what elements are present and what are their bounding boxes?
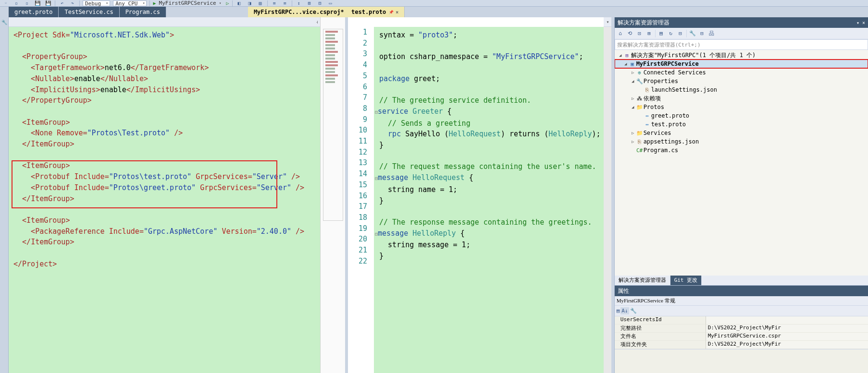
- panel-title: 解决方案资源管理器: [618, 19, 670, 27]
- sync-icon[interactable]: ⟲: [626, 30, 634, 36]
- tree-label: Protos: [644, 104, 664, 110]
- solution-bottom-tabs: 解决方案资源管理器 Git 更改: [615, 276, 868, 285]
- tree-label: Connected Services: [644, 69, 706, 76]
- platform-dropdown[interactable]: Any CPU: [113, 0, 147, 6]
- split-icon[interactable]: ⫞: [316, 19, 318, 24]
- categorize-icon[interactable]: ▤: [617, 308, 620, 314]
- tree-protos[interactable]: ◢📁Protos: [615, 103, 868, 111]
- line-gutter: 12345678910111213141516171819202122: [348, 17, 374, 373]
- editor-nav-bar: ⫞: [9, 17, 320, 27]
- tree-label: 解决方案"MyFirstGRPC"(1 个项目/共 1 个): [631, 51, 756, 60]
- tb-misc-7[interactable]: ⊞: [306, 0, 313, 7]
- overflow-icon[interactable]: ▾: [607, 19, 609, 24]
- search-placeholder: 搜索解决方案资源管理器(Ctrl+;): [617, 41, 701, 48]
- tree-greet-proto[interactable]: ↔greet.proto: [615, 111, 868, 120]
- tree-test-proto[interactable]: ↔test.proto: [615, 120, 868, 129]
- tree-label: Properties: [644, 78, 678, 84]
- refresh-icon[interactable]: ↻: [667, 30, 675, 36]
- tab-label: test.proto: [351, 9, 386, 15]
- tab-greet-proto[interactable]: greet.proto: [9, 7, 59, 17]
- show-all-icon[interactable]: ⊟: [677, 30, 684, 36]
- properties-description: [615, 349, 868, 373]
- properties-toolbar: ▤ A↓ 🔧: [615, 306, 868, 316]
- config-dropdown[interactable]: Debug: [83, 0, 110, 6]
- tree-deps[interactable]: ▷⁂依赖项: [615, 94, 868, 103]
- tree-label: MyFirstGRPCService: [636, 60, 699, 67]
- toolbox-icon[interactable]: 🔧: [1, 19, 7, 25]
- pin-icon[interactable]: 📌: [389, 10, 394, 14]
- tree-services[interactable]: ▷📁Services: [615, 129, 868, 137]
- solution-tree[interactable]: ◢⊞解决方案"MyFirstGRPC"(1 个项目/共 1 个) ◢▣MyFir…: [615, 50, 868, 276]
- tb-icon-2[interactable]: ⊡: [636, 30, 644, 36]
- editor-test-proto: ▾ 12345678910111213141516171819202122 sy…: [348, 17, 611, 373]
- tree-launchsettings[interactable]: ⎘launchSettings.json: [615, 85, 868, 94]
- tab-program[interactable]: Program.cs: [120, 7, 166, 17]
- tab-test-proto[interactable]: test.proto📌×: [346, 7, 405, 17]
- save-all-icon[interactable]: 💾: [44, 0, 52, 7]
- tree-label: Services: [644, 130, 671, 136]
- tree-project[interactable]: ◢▣MyFirstGRPCService: [615, 60, 868, 68]
- home-icon[interactable]: ⌂: [617, 30, 624, 36]
- tb-icon-4[interactable]: ▤: [657, 30, 665, 36]
- highlight-box: [12, 160, 277, 208]
- properties-icon[interactable]: 🔧: [689, 30, 696, 36]
- redo-icon[interactable]: ↷: [69, 0, 76, 7]
- tb-misc-1[interactable]: ◧: [236, 0, 243, 7]
- tb-icon-3[interactable]: ⊞: [645, 30, 653, 36]
- tree-program[interactable]: C#Program.cs: [615, 146, 868, 155]
- tab-label: MyFirstGRPC...vice.csproj*: [254, 9, 344, 15]
- main-toolbar: ◦ ▫ ▫ 💾 💾 ↶ ↷ Debug Any CPU ▶ MyFirstGRP…: [0, 0, 868, 7]
- run-icon[interactable]: ▶: [153, 0, 156, 6]
- tree-label: 依赖项: [644, 95, 661, 103]
- tree-label: Program.cs: [644, 147, 678, 154]
- tree-label: appsettings.json: [644, 138, 699, 145]
- code-pane-left[interactable]: ⫞ <Project Sdk="Microsoft.NET.Sdk.Web"> …: [9, 17, 320, 373]
- tree-label: test.proto: [651, 121, 686, 128]
- tb-misc-9[interactable]: ▭: [327, 0, 335, 7]
- close-icon[interactable]: ×: [396, 10, 398, 15]
- run-no-debug-icon[interactable]: ▷: [226, 0, 229, 6]
- tab-label: Program.cs: [125, 9, 160, 15]
- minimap[interactable]: [320, 17, 345, 373]
- tb-misc-5[interactable]: ≡: [281, 0, 289, 7]
- startup-project[interactable]: MyFirstGRPCService: [159, 0, 216, 6]
- new-icon[interactable]: ▫: [12, 0, 20, 7]
- tab-solution-explorer[interactable]: 解决方案资源管理器: [615, 276, 670, 285]
- properties-object[interactable]: MyFirstGRPCService 常规: [615, 296, 868, 306]
- scrollbar-vertical[interactable]: [604, 17, 611, 373]
- code-pane-right[interactable]: syntax = "proto3"; option csharp_namespa…: [374, 17, 604, 373]
- panel-controls[interactable]: ▾ ×: [856, 20, 865, 25]
- tab-git-changes[interactable]: Git 更改: [670, 276, 702, 285]
- undo-icon[interactable]: ↶: [58, 0, 66, 7]
- left-tool-strip[interactable]: 🔧: [0, 17, 9, 373]
- document-tabs: greet.proto TestService.cs Program.cs My…: [0, 7, 868, 17]
- tab-label: TestService.cs: [64, 9, 113, 15]
- solution-toolbar: ⌂ ⟲ ⊡ ⊞ ▤ ↻ ⊟ 🔧 ⊟ 品: [615, 28, 868, 39]
- tree-label: greet.proto: [651, 112, 689, 119]
- nav-back-icon[interactable]: ◦: [2, 0, 10, 7]
- main-content: 🔧 ⫞ <Project Sdk="Microsoft.NET.Sdk.Web"…: [0, 17, 868, 373]
- alpha-icon[interactable]: A↓: [620, 307, 629, 314]
- tb-misc-3[interactable]: ▥: [257, 0, 264, 7]
- tab-label: greet.proto: [14, 9, 52, 15]
- wrench-icon[interactable]: 🔧: [630, 308, 637, 314]
- open-icon[interactable]: ▫: [23, 0, 31, 7]
- collapse-icon[interactable]: ⊟: [698, 30, 706, 36]
- tree-icon[interactable]: 品: [708, 30, 716, 37]
- properties-title: 属性: [615, 286, 868, 296]
- tb-misc-4[interactable]: ≡: [271, 0, 278, 7]
- tree-connected[interactable]: ▷⊕Connected Services: [615, 68, 868, 77]
- tree-label: launchSettings.json: [651, 86, 717, 93]
- save-icon[interactable]: 💾: [34, 0, 41, 7]
- tb-misc-2[interactable]: ◨: [246, 0, 254, 7]
- tab-testservice[interactable]: TestService.cs: [59, 7, 119, 17]
- tb-misc-8[interactable]: ⊟: [316, 0, 324, 7]
- properties-panel: 属性 MyFirstGRPCService 常规 ▤ A↓ 🔧 UserSecr…: [615, 285, 868, 373]
- tree-solution[interactable]: ◢⊞解决方案"MyFirstGRPC"(1 个项目/共 1 个): [615, 51, 868, 60]
- tb-misc-6[interactable]: ↕: [295, 0, 303, 7]
- properties-grid[interactable]: UserSecretsId完整路径D:\VS2022_Project\MyFir…: [615, 316, 868, 349]
- editor-csproj: ⫞ <Project Sdk="Microsoft.NET.Sdk.Web"> …: [9, 17, 345, 373]
- tree-appsettings[interactable]: ▷⎘appsettings.json: [615, 137, 868, 146]
- solution-search[interactable]: 搜索解决方案资源管理器(Ctrl+;): [615, 39, 868, 50]
- tree-properties[interactable]: ◢🔧Properties: [615, 77, 868, 85]
